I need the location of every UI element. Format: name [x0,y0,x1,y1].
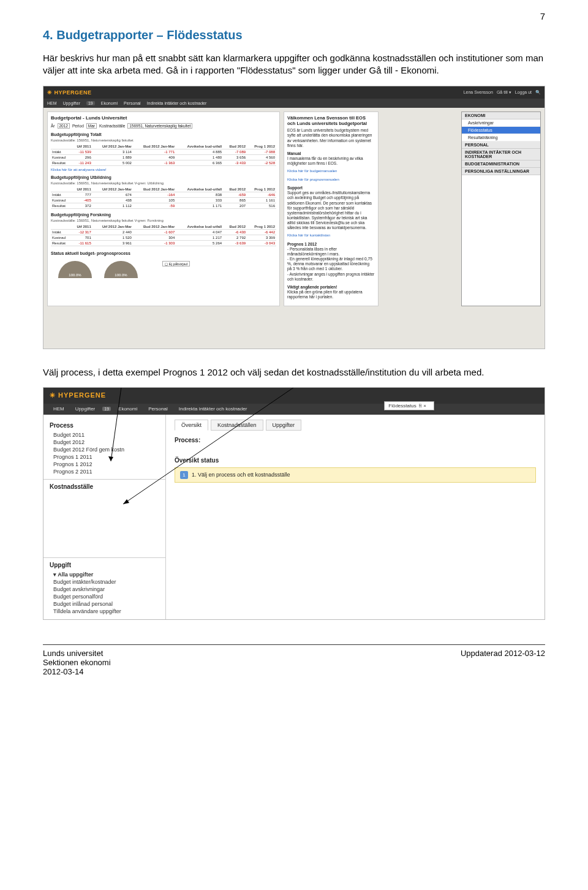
page-footer: Lunds universitet Sektionen ekonomi 2012… [43,649,545,676]
uppgift-item[interactable]: Tilldela användare uppgifter [50,608,159,615]
uppgift-item[interactable]: Budget personalförd [50,593,159,600]
subtab-uppgifter[interactable]: Uppgifter [266,420,302,431]
footer-updated: Uppdaterad 2012-03-12 [461,649,545,676]
period-select[interactable]: Mar [86,123,97,129]
main-tabs-2: HEM Uppgifter 19 Ekonomi Personal Indire… [43,404,545,415]
floating-tab-flodesstatus[interactable]: Flödesstatus ⎘ × [384,401,434,410]
footer-rule [43,644,545,645]
year-select[interactable]: 2012 [58,123,70,129]
manual-link-1[interactable]: Klicka här för budgetmanualen [287,169,375,174]
tab-ekonomi[interactable]: Ekonomi [101,101,118,105]
tab-indirekta[interactable]: Indirekta intäkter och kostnader [147,101,207,105]
tab2-ekonomi[interactable]: Ekonomi [115,405,141,413]
middle-paragraph: Välj process, i detta exempel Prognos 1 … [43,366,545,379]
welcome-panel: Välkommen Lena Svensson till EOS och Lun… [284,111,379,307]
menu-avskrivningar[interactable]: Avskrivningar [462,119,540,127]
tab-hem[interactable]: HEM [47,101,57,105]
contact-link[interactable]: Klicka här för kontaktlistan [287,233,375,238]
notice-number: 1 [180,471,188,479]
info-notice: 1 1. Välj en process och ett kostnadsstä… [175,467,536,483]
process-item[interactable]: Prognos 2 2011 [50,468,159,475]
status-title: Status aktuell budget- prognosprocess [51,251,276,255]
search-icon[interactable]: 🔍 [535,90,541,95]
user-name: Lena Svensson [464,90,493,95]
tab-badge: 19 [86,101,95,105]
uppgift-item[interactable]: Budget intäkter/kostnader [50,578,159,586]
section-heading: 4. Budgetrapporter – Flödesstatus [43,28,545,42]
tab2-personal[interactable]: Personal [145,405,172,413]
logout-link[interactable]: Logga ut [515,90,532,95]
tab2-indirekta[interactable]: Indirekta intäkter och kostnader [175,405,251,413]
sidebar-uppgift-header: Uppgift [50,562,159,568]
footer-date: 2012-03-14 [43,667,111,676]
process-item[interactable]: Budget 2012 [50,439,159,446]
brand-logo-2: ✳ HYPERGENE [50,391,106,399]
screenshot-1: ✳ HYPERGENE Lena Svensson Gå till ▾ Logg… [43,86,545,349]
footer-org: Lunds universitet [43,649,111,658]
tab-personal[interactable]: Personal [124,101,141,105]
tab2-uppgifter[interactable]: Uppgifter [72,405,99,413]
ej-paborjad-legend: ◻ Ej påbörjad [162,261,190,266]
screenshot-2: ✳ HYPERGENE HEM Uppgifter 19 Ekonomi Per… [43,387,545,620]
notice-text: 1. Välj en process och ett kostnadsställ… [192,472,290,478]
uppgift-item[interactable]: Budget avskrivningar [50,586,159,593]
uppgift-all[interactable]: ▾ Alla uppgifter [50,571,159,578]
subtab-oversikt[interactable]: Översikt [175,420,208,431]
menu-flodesstatus[interactable]: Flödesstatus [462,127,540,134]
sidebar: Process Budget 2011 Budget 2012 Budget 2… [43,415,166,620]
process-label: Process: [175,437,536,443]
process-item[interactable]: Budget 2011 [50,431,159,439]
process-item[interactable]: Prognos 1 2011 [50,453,159,461]
process-item[interactable]: Prognos 1 2012 [50,461,159,468]
app-topbar: ✳ HYPERGENE Lena Svensson Gå till ▾ Logg… [43,86,545,99]
page-number: 7 [540,11,545,21]
main-tabs: HEM Uppgifter 19 Ekonomi Personal Indire… [43,99,545,108]
subtab-kst[interactable]: Kostnadsställen [211,420,263,431]
tab-uppgifter[interactable]: Uppgifter [63,101,80,105]
portal-panel: Budgetportal - Lunds Universitet År2012 … [47,111,280,307]
uppgift-item[interactable]: Budget inlånad personal [50,600,159,608]
intro-paragraph: Här beskrivs hur man på ett snabbt sätt … [43,52,545,77]
sidebar-process-header: Process [50,422,159,429]
footer-dept: Sektionen ekonomi [43,658,111,667]
app-topbar-2: ✳ HYPERGENE [43,388,545,404]
sidebar-kst-header: Kostnadsställe [50,483,159,490]
goto-dropdown[interactable]: EKONOMI Avskrivningar Flödesstatus Resul… [461,111,541,307]
tab2-badge: 19 [102,407,111,411]
brand-logo: ✳ HYPERGENE [47,89,92,96]
goto-menu[interactable]: Gå till ▾ [497,90,511,95]
portal-title: Budgetportal - Lunds Universitet [51,115,276,121]
overview-status-label: Översikt status [175,457,536,464]
tab2-hem[interactable]: HEM [50,405,68,413]
status-circle-2: 100.0% [104,261,138,278]
filter-row: År2012 PeriodMar Kostnadsställe156951, N… [51,123,276,129]
manual-link-2[interactable]: Klicka här för prognosmanualen [287,178,375,183]
main-panel: Översikt Kostnadsställen Uppgifter Proce… [166,415,545,620]
menu-resultatrakning[interactable]: Resultaträkning [462,134,540,141]
status-circle-1: 100.0% [58,261,92,278]
kst-select[interactable]: 156951, Naturvetenskaplig fakultet [127,123,192,129]
process-item[interactable]: Budget 2012 Förd gem kostn [50,446,159,453]
